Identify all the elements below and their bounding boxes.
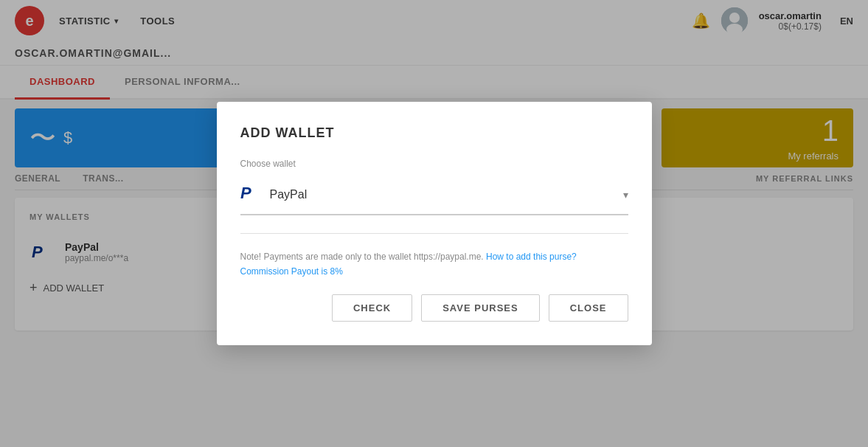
- check-button[interactable]: CHECK: [332, 294, 412, 322]
- paypal-select-icon: P: [240, 182, 261, 207]
- modal-title: ADD WALLET: [240, 125, 628, 141]
- commission-label: Commission Payout is 8%: [240, 266, 628, 277]
- wallet-selector[interactable]: P PayPal ▾: [240, 175, 628, 215]
- modal-divider: [240, 233, 628, 234]
- select-chevron-icon: ▾: [623, 189, 628, 201]
- choose-wallet-label: Choose wallet: [240, 159, 628, 169]
- modal-note: Note! Payments are made only to the wall…: [240, 252, 628, 262]
- close-button[interactable]: CLOSE: [549, 294, 628, 322]
- page-background: e STATISTIC ▾ TOOLS 🔔 oscar.omartin 0$(+…: [0, 0, 868, 447]
- modal-actions: CHECK SAVE PURSES CLOSE: [240, 294, 628, 322]
- selected-wallet-label: PayPal: [270, 188, 308, 201]
- add-wallet-modal: ADD WALLET Choose wallet P PayPal ▾ Note…: [217, 102, 652, 345]
- save-purses-button[interactable]: SAVE PURSES: [421, 294, 540, 322]
- how-to-add-link[interactable]: How to add this purse?: [486, 252, 577, 262]
- svg-text:P: P: [240, 184, 251, 202]
